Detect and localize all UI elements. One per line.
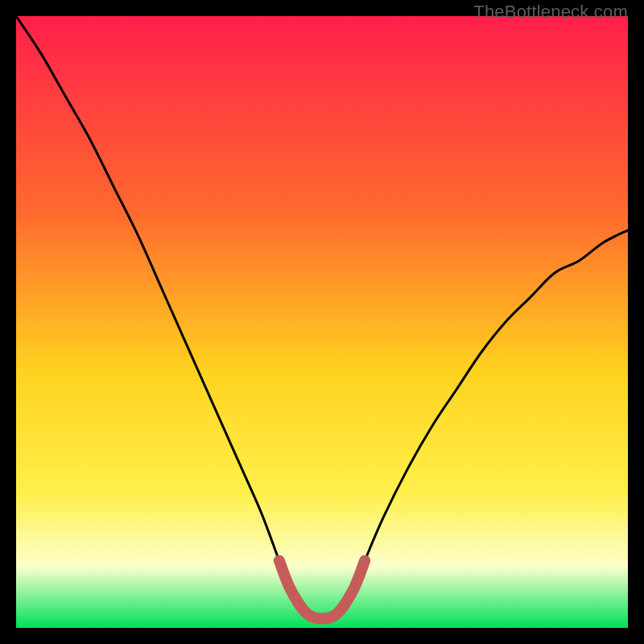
watermark-text: TheBottleneck.com: [473, 2, 628, 23]
bottleneck-curve-svg: [16, 16, 628, 628]
chart-frame: TheBottleneck.com: [0, 0, 644, 644]
plot-area: [16, 16, 628, 628]
bottleneck-curve: [16, 16, 628, 619]
plateau-highlight: [279, 560, 365, 618]
